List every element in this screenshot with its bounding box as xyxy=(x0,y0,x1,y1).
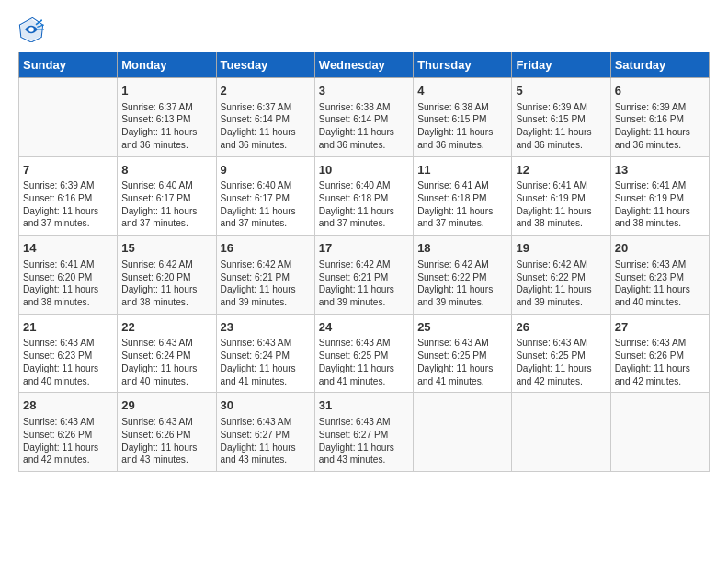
header-row: SundayMondayTuesdayWednesdayThursdayFrid… xyxy=(19,52,710,78)
day-number: 5 xyxy=(516,83,606,99)
cell-content: Sunrise: 6:38 AM Sunset: 6:14 PM Dayligh… xyxy=(319,101,409,152)
calendar-cell: 17Sunrise: 6:42 AM Sunset: 6:21 PM Dayli… xyxy=(314,236,413,315)
calendar-cell: 14Sunrise: 6:41 AM Sunset: 6:20 PM Dayli… xyxy=(19,236,118,315)
calendar-cell xyxy=(19,78,118,157)
day-number: 13 xyxy=(615,162,705,178)
calendar-cell: 15Sunrise: 6:42 AM Sunset: 6:20 PM Dayli… xyxy=(118,236,216,315)
cell-content: Sunrise: 6:38 AM Sunset: 6:15 PM Dayligh… xyxy=(417,101,507,152)
cell-content: Sunrise: 6:43 AM Sunset: 6:27 PM Dayligh… xyxy=(221,416,311,466)
calendar-cell: 10Sunrise: 6:40 AM Sunset: 6:18 PM Dayli… xyxy=(314,156,413,236)
header-day-monday: Monday xyxy=(118,52,216,78)
cell-content: Sunrise: 6:43 AM Sunset: 6:24 PM Dayligh… xyxy=(221,337,311,387)
calendar-cell: 19Sunrise: 6:42 AM Sunset: 6:22 PM Dayli… xyxy=(512,236,610,315)
day-number: 17 xyxy=(319,240,409,257)
calendar-cell: 9Sunrise: 6:40 AM Sunset: 6:17 PM Daylig… xyxy=(216,156,314,236)
calendar-cell xyxy=(414,393,512,472)
week-row-2: 7Sunrise: 6:39 AM Sunset: 6:16 PM Daylig… xyxy=(19,156,710,236)
cell-content: Sunrise: 6:43 AM Sunset: 6:26 PM Dayligh… xyxy=(615,337,705,387)
day-number: 25 xyxy=(417,319,507,336)
header-day-wednesday: Wednesday xyxy=(314,52,413,78)
day-number: 20 xyxy=(615,240,705,257)
cell-content: Sunrise: 6:40 AM Sunset: 6:18 PM Dayligh… xyxy=(319,179,409,230)
calendar-cell: 3Sunrise: 6:38 AM Sunset: 6:14 PM Daylig… xyxy=(314,78,413,157)
day-number: 19 xyxy=(516,240,606,257)
day-number: 23 xyxy=(221,319,311,336)
day-number: 24 xyxy=(319,319,409,336)
cell-content: Sunrise: 6:43 AM Sunset: 6:23 PM Dayligh… xyxy=(615,259,705,309)
day-number: 27 xyxy=(615,319,705,336)
day-number: 26 xyxy=(516,319,606,336)
calendar-cell: 24Sunrise: 6:43 AM Sunset: 6:25 PM Dayli… xyxy=(314,314,413,393)
calendar-cell: 8Sunrise: 6:40 AM Sunset: 6:17 PM Daylig… xyxy=(118,156,216,236)
header-day-thursday: Thursday xyxy=(414,52,512,78)
day-number: 22 xyxy=(121,319,211,336)
calendar-cell: 12Sunrise: 6:41 AM Sunset: 6:19 PM Dayli… xyxy=(512,156,610,236)
day-number: 18 xyxy=(417,240,507,257)
day-number: 31 xyxy=(319,397,409,414)
day-number: 7 xyxy=(23,162,113,178)
cell-content: Sunrise: 6:42 AM Sunset: 6:21 PM Dayligh… xyxy=(319,259,409,309)
calendar-cell: 5Sunrise: 6:39 AM Sunset: 6:15 PM Daylig… xyxy=(512,78,610,157)
calendar-cell xyxy=(610,393,709,472)
cell-content: Sunrise: 6:43 AM Sunset: 6:24 PM Dayligh… xyxy=(121,337,211,387)
calendar-cell: 29Sunrise: 6:43 AM Sunset: 6:26 PM Dayli… xyxy=(118,393,216,472)
day-number: 21 xyxy=(23,319,113,336)
day-number: 2 xyxy=(221,83,311,99)
calendar-cell: 6Sunrise: 6:39 AM Sunset: 6:16 PM Daylig… xyxy=(610,78,709,157)
calendar-cell: 4Sunrise: 6:38 AM Sunset: 6:15 PM Daylig… xyxy=(414,78,512,157)
header xyxy=(18,17,710,42)
day-number: 9 xyxy=(221,162,311,178)
cell-content: Sunrise: 6:39 AM Sunset: 6:16 PM Dayligh… xyxy=(615,101,705,152)
week-row-3: 14Sunrise: 6:41 AM Sunset: 6:20 PM Dayli… xyxy=(19,236,710,315)
day-number: 29 xyxy=(121,397,211,414)
cell-content: Sunrise: 6:43 AM Sunset: 6:26 PM Dayligh… xyxy=(23,416,113,466)
cell-content: Sunrise: 6:43 AM Sunset: 6:23 PM Dayligh… xyxy=(23,337,113,387)
calendar-cell: 1Sunrise: 6:37 AM Sunset: 6:13 PM Daylig… xyxy=(118,78,216,157)
cell-content: Sunrise: 6:39 AM Sunset: 6:16 PM Dayligh… xyxy=(23,179,113,230)
cell-content: Sunrise: 6:41 AM Sunset: 6:19 PM Dayligh… xyxy=(516,179,606,230)
calendar-cell: 11Sunrise: 6:41 AM Sunset: 6:18 PM Dayli… xyxy=(414,156,512,236)
calendar-cell: 25Sunrise: 6:43 AM Sunset: 6:25 PM Dayli… xyxy=(414,314,512,393)
week-row-4: 21Sunrise: 6:43 AM Sunset: 6:23 PM Dayli… xyxy=(19,314,710,393)
calendar-cell: 23Sunrise: 6:43 AM Sunset: 6:24 PM Dayli… xyxy=(216,314,314,393)
cell-content: Sunrise: 6:37 AM Sunset: 6:14 PM Dayligh… xyxy=(221,101,311,152)
week-row-5: 28Sunrise: 6:43 AM Sunset: 6:26 PM Dayli… xyxy=(19,393,710,472)
cell-content: Sunrise: 6:41 AM Sunset: 6:19 PM Dayligh… xyxy=(615,179,705,230)
calendar-cell: 2Sunrise: 6:37 AM Sunset: 6:14 PM Daylig… xyxy=(216,78,314,157)
cell-content: Sunrise: 6:43 AM Sunset: 6:26 PM Dayligh… xyxy=(121,416,211,466)
day-number: 15 xyxy=(121,240,211,257)
header-day-sunday: Sunday xyxy=(19,52,118,78)
cell-content: Sunrise: 6:42 AM Sunset: 6:20 PM Dayligh… xyxy=(121,259,211,309)
calendar-cell: 13Sunrise: 6:41 AM Sunset: 6:19 PM Dayli… xyxy=(610,156,709,236)
calendar-table: SundayMondayTuesdayWednesdayThursdayFrid… xyxy=(18,52,710,472)
cell-content: Sunrise: 6:39 AM Sunset: 6:15 PM Dayligh… xyxy=(516,101,606,152)
cell-content: Sunrise: 6:43 AM Sunset: 6:27 PM Dayligh… xyxy=(319,416,409,466)
calendar-cell: 16Sunrise: 6:42 AM Sunset: 6:21 PM Dayli… xyxy=(216,236,314,315)
cell-content: Sunrise: 6:40 AM Sunset: 6:17 PM Dayligh… xyxy=(121,179,211,230)
week-row-1: 1Sunrise: 6:37 AM Sunset: 6:13 PM Daylig… xyxy=(19,78,710,157)
day-number: 12 xyxy=(516,162,606,178)
cell-content: Sunrise: 6:40 AM Sunset: 6:17 PM Dayligh… xyxy=(221,179,311,230)
page: SundayMondayTuesdayWednesdayThursdayFrid… xyxy=(0,0,728,563)
day-number: 30 xyxy=(221,397,311,414)
day-number: 10 xyxy=(319,162,409,178)
cell-content: Sunrise: 6:41 AM Sunset: 6:18 PM Dayligh… xyxy=(417,179,507,230)
cell-content: Sunrise: 6:43 AM Sunset: 6:25 PM Dayligh… xyxy=(319,337,409,387)
cell-content: Sunrise: 6:41 AM Sunset: 6:20 PM Dayligh… xyxy=(23,259,113,309)
day-number: 1 xyxy=(121,83,211,99)
day-number: 6 xyxy=(615,83,705,99)
calendar-cell: 7Sunrise: 6:39 AM Sunset: 6:16 PM Daylig… xyxy=(19,156,118,236)
cell-content: Sunrise: 6:43 AM Sunset: 6:25 PM Dayligh… xyxy=(516,337,606,387)
calendar-cell: 22Sunrise: 6:43 AM Sunset: 6:24 PM Dayli… xyxy=(118,314,216,393)
svg-point-2 xyxy=(28,27,34,32)
logo xyxy=(18,17,48,42)
cell-content: Sunrise: 6:42 AM Sunset: 6:22 PM Dayligh… xyxy=(516,259,606,309)
calendar-cell xyxy=(512,393,610,472)
calendar-cell: 31Sunrise: 6:43 AM Sunset: 6:27 PM Dayli… xyxy=(314,393,413,472)
calendar-cell: 21Sunrise: 6:43 AM Sunset: 6:23 PM Dayli… xyxy=(19,314,118,393)
cell-content: Sunrise: 6:43 AM Sunset: 6:25 PM Dayligh… xyxy=(417,337,507,387)
header-day-friday: Friday xyxy=(512,52,610,78)
calendar-cell: 30Sunrise: 6:43 AM Sunset: 6:27 PM Dayli… xyxy=(216,393,314,472)
day-number: 28 xyxy=(23,397,113,414)
calendar-cell: 28Sunrise: 6:43 AM Sunset: 6:26 PM Dayli… xyxy=(19,393,118,472)
